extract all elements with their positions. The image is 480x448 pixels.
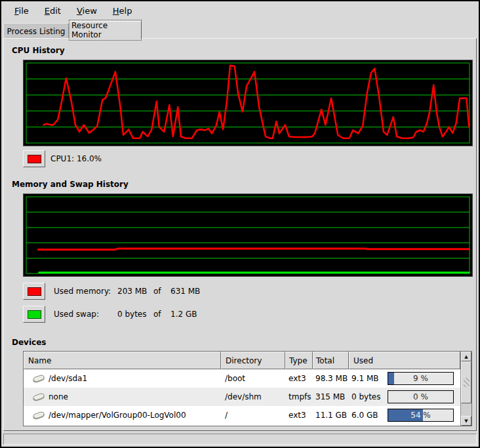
device-row[interactable]: none/dev/shmtmpfs315 MB0 bytes0 %0 % xyxy=(24,388,460,406)
status-bar xyxy=(3,434,477,445)
usage-percent-label: 0 % xyxy=(388,391,453,403)
column-header-directory[interactable]: Directory xyxy=(221,352,285,369)
devices-table: Name Directory Type Total Used /dev/sda1… xyxy=(23,351,472,426)
devices-title: Devices xyxy=(12,338,46,347)
device-total: 11.1 GB xyxy=(313,411,349,420)
usage-progress-bar: 9 %9 % xyxy=(388,372,454,385)
swap-total-value: 1.2 GB xyxy=(170,310,197,319)
device-row[interactable]: /dev/mapper/VolGroup00-LogVol00/ext311.1… xyxy=(24,406,460,424)
swap-color-icon xyxy=(28,310,41,319)
cpu-color-swatch-button[interactable] xyxy=(23,150,45,167)
device-name: /dev/mapper/VolGroup00-LogVol00 xyxy=(49,411,186,420)
device-type: ext3 xyxy=(285,374,313,383)
scrollbar-thumb[interactable] xyxy=(461,361,471,403)
device-type: tmpfs xyxy=(285,392,313,401)
memory-color-icon xyxy=(28,287,41,296)
scrollbar-grip-icon xyxy=(464,378,470,387)
tab-bar: Process Listing Resource Monitor xyxy=(2,21,479,39)
cpu-history-graph xyxy=(23,60,473,146)
device-usage-cell: 9 %9 % xyxy=(386,372,460,385)
column-header-name[interactable]: Name xyxy=(24,352,221,369)
scroll-down-icon[interactable]: ▼ xyxy=(461,416,471,426)
device-name-cell: /dev/sda1 xyxy=(24,374,221,384)
column-header-used[interactable]: Used xyxy=(349,352,460,369)
usage-progress-fill: 9 % xyxy=(388,373,394,384)
disk-icon xyxy=(32,374,45,384)
menu-help[interactable]: Help xyxy=(106,4,139,18)
device-usage-cell: 0 %0 % xyxy=(386,390,460,403)
column-header-type[interactable]: Type xyxy=(285,352,313,369)
menu-edit[interactable]: Edit xyxy=(38,4,68,18)
menu-view[interactable]: View xyxy=(70,4,104,18)
swap-legend-label: Used swap: xyxy=(54,310,99,319)
usage-progress-bar: 54 %54 % xyxy=(388,409,454,422)
device-total: 98.3 MB xyxy=(313,374,349,383)
swap-used-value: 0 bytes xyxy=(117,310,147,319)
memory-used-value: 203 MB xyxy=(117,287,147,296)
memory-swap-plot xyxy=(24,194,472,276)
device-directory: /dev/shm xyxy=(221,392,285,401)
tab-resource-monitor-label: Resource Monitor xyxy=(70,20,141,40)
swap-color-swatch-button[interactable] xyxy=(23,306,45,323)
memory-of-label: of xyxy=(153,287,161,296)
device-directory: /boot xyxy=(221,374,285,383)
device-used: 0 bytes xyxy=(349,392,386,401)
memory-legend-label: Used memory: xyxy=(54,287,111,296)
device-type: ext3 xyxy=(285,411,313,420)
memory-swap-graph xyxy=(23,193,473,277)
usage-percent-label: 9 % xyxy=(388,373,453,384)
device-row[interactable]: /dev/sda1/bootext398.3 MB9.1 MB9 %9 % xyxy=(24,369,460,388)
scrollbar-trough[interactable] xyxy=(461,403,471,416)
tab-process-listing[interactable]: Process Listing xyxy=(3,23,69,39)
cpu-history-title: CPU History xyxy=(12,46,65,55)
column-header-total[interactable]: Total xyxy=(313,352,349,369)
device-used: 9.1 MB xyxy=(349,374,386,383)
disk-icon xyxy=(32,411,45,420)
system-monitor-window: File Edit View Help Process Listing Reso… xyxy=(0,0,480,448)
devices-table-header: Name Directory Type Total Used xyxy=(24,352,460,369)
device-usage-cell: 54 %54 % xyxy=(386,409,460,422)
menu-bar: File Edit View Help xyxy=(1,1,479,20)
device-name: none xyxy=(49,392,68,401)
device-name-cell: none xyxy=(24,392,221,402)
resource-monitor-page: CPU History CPU1: 16.0% Memory and Swap … xyxy=(3,38,477,431)
vertical-scrollbar[interactable]: ▲ ▼ xyxy=(460,352,471,426)
device-used: 6.0 GB xyxy=(349,411,386,420)
cpu-history-plot xyxy=(24,60,472,146)
device-name-cell: /dev/mapper/VolGroup00-LogVol00 xyxy=(24,411,221,420)
cpu-color-icon xyxy=(28,155,41,163)
tab-process-listing-label: Process Listing xyxy=(7,27,66,36)
memory-total-value: 631 MB xyxy=(170,287,200,296)
memory-history-title: Memory and Swap History xyxy=(12,180,129,189)
device-name: /dev/sda1 xyxy=(49,374,87,383)
usage-progress-bar: 0 %0 % xyxy=(388,390,454,403)
tab-resource-monitor[interactable]: Resource Monitor xyxy=(69,21,142,39)
memory-color-swatch-button[interactable] xyxy=(23,283,45,300)
cpu-legend-label: CPU1: 16.0% xyxy=(50,154,102,163)
menu-file[interactable]: File xyxy=(8,4,35,18)
swap-of-label: of xyxy=(153,310,161,319)
scroll-up-icon[interactable]: ▲ xyxy=(461,352,471,361)
device-total: 315 MB xyxy=(313,392,349,401)
usage-progress-fill: 54 % xyxy=(388,409,423,421)
device-directory: / xyxy=(221,411,285,420)
devices-table-body: /dev/sda1/bootext398.3 MB9.1 MB9 %9 % no… xyxy=(24,369,460,424)
disk-icon xyxy=(32,392,45,402)
